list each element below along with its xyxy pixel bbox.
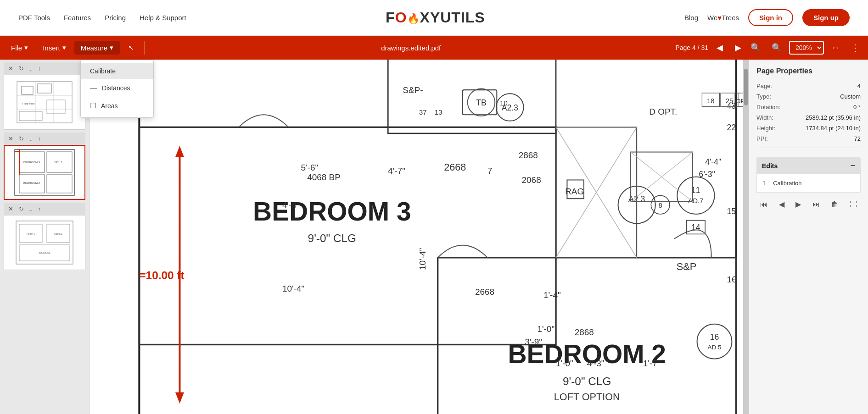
page-5-delete[interactable]: ✕ bbox=[6, 204, 15, 213]
page-5-down[interactable]: ↓ bbox=[28, 204, 34, 213]
areas-label: Areas bbox=[101, 102, 118, 110]
scroll-thumb bbox=[744, 69, 748, 105]
height-label: Height: bbox=[756, 125, 775, 132]
cursor-tool-button[interactable]: ↖ bbox=[122, 41, 140, 55]
svg-text:AD.7: AD.7 bbox=[688, 197, 703, 204]
sidebar-page-4: ✕ ↻ ↓ ↑ 4 BEDROOM 3 BATH 2 BEDROOM 2 bbox=[4, 132, 85, 200]
zoom-out-button[interactable]: 🔍 bbox=[747, 40, 764, 55]
measure-label: Measure bbox=[81, 44, 107, 52]
vertical-scrollbar[interactable] bbox=[743, 60, 749, 414]
nav-left: PDF Tools Features Pricing Help & Suppor… bbox=[18, 14, 186, 22]
signup-button[interactable]: Sign up bbox=[802, 9, 850, 26]
nav-right: Blog We♥Trees Sign in Sign up bbox=[684, 9, 850, 26]
sidebar-page-5: ✕ ↻ ↓ ↑ 5 Room 1 Room 2 GARAGE bbox=[4, 203, 85, 270]
distances-label: Distances bbox=[102, 84, 130, 92]
signin-button[interactable]: Sign in bbox=[748, 9, 793, 26]
measure-menu-button[interactable]: Measure ▾ bbox=[74, 41, 120, 55]
edits-last-button[interactable]: ⏭ bbox=[809, 199, 823, 210]
svg-text:4'-3": 4'-3" bbox=[587, 359, 605, 368]
nav-pricing[interactable]: Pricing bbox=[105, 14, 126, 22]
panel-title: Page Properties bbox=[756, 67, 861, 75]
toolbar: File ▾ Insert ▾ Measure ▾ Calibrate — Di… bbox=[0, 36, 868, 60]
edit-name: Calibration bbox=[773, 180, 801, 187]
nav-pdf-tools[interactable]: PDF Tools bbox=[18, 14, 50, 22]
svg-text:4'-4": 4'-4" bbox=[282, 200, 300, 210]
areas-item[interactable]: ☐ Areas bbox=[81, 97, 153, 115]
next-page-button[interactable]: ▶ bbox=[731, 41, 745, 55]
edits-first-button[interactable]: ⏮ bbox=[756, 199, 771, 210]
page-3-delete[interactable]: ✕ bbox=[6, 64, 15, 73]
svg-text:9'-0" CLG: 9'-0" CLG bbox=[308, 232, 356, 244]
nav-features[interactable]: Features bbox=[64, 14, 91, 22]
svg-text:4'-7": 4'-7" bbox=[388, 166, 405, 176]
svg-text:D OPT.: D OPT. bbox=[649, 107, 677, 116]
page-4-up[interactable]: ↑ bbox=[36, 134, 43, 143]
edits-prev-button[interactable]: ◀ bbox=[775, 198, 788, 210]
edits-delete-button[interactable]: 🗑 bbox=[827, 199, 842, 210]
toolbar-right: 🔍 🔍 50% 75% 100% 150% 200% 300% ↔ ⋮ bbox=[747, 40, 863, 55]
svg-text:LOFT OPTION: LOFT OPTION bbox=[554, 391, 620, 403]
page-3-svg: Floor Plan bbox=[12, 77, 77, 127]
page-4-down[interactable]: ↓ bbox=[28, 134, 34, 143]
page-4-rotate[interactable]: ↻ bbox=[17, 134, 26, 143]
page-info: Page 4 / 31 bbox=[675, 44, 708, 51]
page-3-thumbnail[interactable]: 3 Floor Plan bbox=[4, 75, 85, 130]
page-4-thumbnail[interactable]: 4 BEDROOM 3 BATH 2 BEDROOM 2 bbox=[4, 145, 85, 200]
property-ppi: PPI: 72 bbox=[756, 135, 861, 142]
edits-collapse-button[interactable]: − bbox=[850, 161, 855, 171]
svg-text:=10.00 ft: =10.00 ft bbox=[139, 269, 184, 282]
page-4-delete[interactable]: ✕ bbox=[6, 134, 15, 143]
more-options-button[interactable]: ⋮ bbox=[847, 40, 863, 55]
page-5-svg: Room 1 Room 2 GARAGE bbox=[12, 217, 77, 268]
toolbar-filename: drawings.edited.pdf bbox=[148, 44, 673, 52]
distances-item[interactable]: — Distances bbox=[81, 79, 153, 97]
blueprint-svg: BATH 2 BEDROOM 3 9'-0" CLG BEDROOM 2 9'-… bbox=[90, 60, 749, 414]
measure-dropdown: Calibrate — Distances ☐ Areas bbox=[80, 60, 154, 118]
property-type: Type: Custom bbox=[756, 93, 861, 100]
page-4-controls: ✕ ↻ ↓ ↑ bbox=[4, 132, 85, 145]
svg-text:3'-9": 3'-9" bbox=[525, 337, 542, 347]
nav-we-trees[interactable]: We♥Trees bbox=[707, 14, 739, 22]
logo[interactable]: FO🔥XYUTILS bbox=[386, 9, 485, 26]
calibrate-item[interactable]: Calibrate bbox=[81, 63, 153, 79]
page-5-rotate[interactable]: ↻ bbox=[17, 204, 26, 213]
page-label: Page: bbox=[756, 83, 772, 89]
svg-text:9'-0" CLG: 9'-0" CLG bbox=[563, 375, 611, 387]
svg-text:1'-0": 1'-0" bbox=[556, 359, 573, 368]
property-page: Page: 4 bbox=[756, 83, 861, 89]
edit-number: 1 bbox=[762, 180, 766, 187]
edits-expand-button[interactable]: ⛶ bbox=[846, 199, 861, 210]
height-value: 1734.84 pt (24.10 in) bbox=[806, 125, 861, 132]
rotation-value: 0 ° bbox=[853, 104, 861, 110]
nav-blog[interactable]: Blog bbox=[684, 14, 698, 22]
page-5-thumbnail[interactable]: 5 Room 1 Room 2 GARAGE bbox=[4, 215, 85, 270]
page-3-rotate[interactable]: ↻ bbox=[17, 64, 26, 73]
page-5-up[interactable]: ↑ bbox=[36, 204, 43, 213]
svg-text:A2.3: A2.3 bbox=[502, 103, 518, 112]
page-value: 4 bbox=[857, 83, 861, 89]
page-5-controls: ✕ ↻ ↓ ↑ bbox=[4, 203, 85, 215]
page-3-up[interactable]: ↑ bbox=[36, 64, 43, 73]
svg-text:25: 25 bbox=[726, 97, 734, 105]
page-3-down[interactable]: ↓ bbox=[28, 64, 34, 73]
svg-text:16: 16 bbox=[727, 275, 737, 284]
prev-page-button[interactable]: ◀ bbox=[713, 41, 727, 55]
file-menu-button[interactable]: File ▾ bbox=[5, 41, 34, 55]
svg-text:BATH 2: BATH 2 bbox=[54, 161, 62, 164]
insert-menu-button[interactable]: Insert ▾ bbox=[36, 41, 73, 55]
rotation-label: Rotation: bbox=[756, 104, 780, 110]
edits-next-button[interactable]: ▶ bbox=[792, 198, 805, 210]
edit-item-1: 1 Calibration bbox=[756, 174, 861, 193]
svg-text:2868: 2868 bbox=[519, 150, 538, 160]
svg-text:S&P: S&P bbox=[677, 261, 696, 272]
svg-text:BEDROOM 2: BEDROOM 2 bbox=[23, 182, 40, 184]
svg-text:1'-0": 1'-0" bbox=[537, 324, 554, 334]
svg-text:2668: 2668 bbox=[475, 287, 494, 297]
nav-help-support[interactable]: Help & Support bbox=[140, 14, 186, 22]
pdf-view[interactable]: BATH 2 BEDROOM 3 9'-0" CLG BEDROOM 2 9'-… bbox=[90, 60, 749, 414]
zoom-select[interactable]: 50% 75% 100% 150% 200% 300% bbox=[789, 41, 824, 55]
zoom-in-button[interactable]: 🔍 bbox=[768, 40, 785, 55]
fit-page-button[interactable]: ↔ bbox=[828, 40, 843, 55]
top-nav: PDF Tools Features Pricing Help & Suppor… bbox=[0, 0, 868, 36]
width-label: Width: bbox=[756, 114, 773, 121]
